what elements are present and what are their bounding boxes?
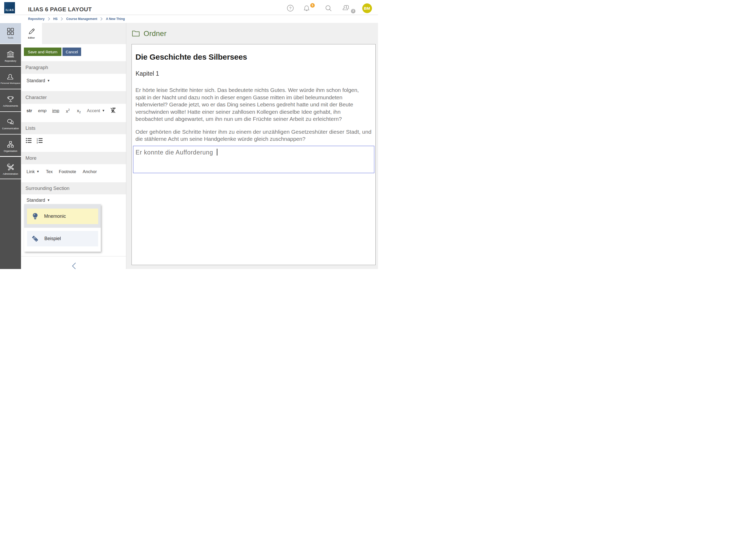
svg-text:?: ?: [289, 6, 291, 10]
svg-text:3: 3: [37, 141, 38, 144]
